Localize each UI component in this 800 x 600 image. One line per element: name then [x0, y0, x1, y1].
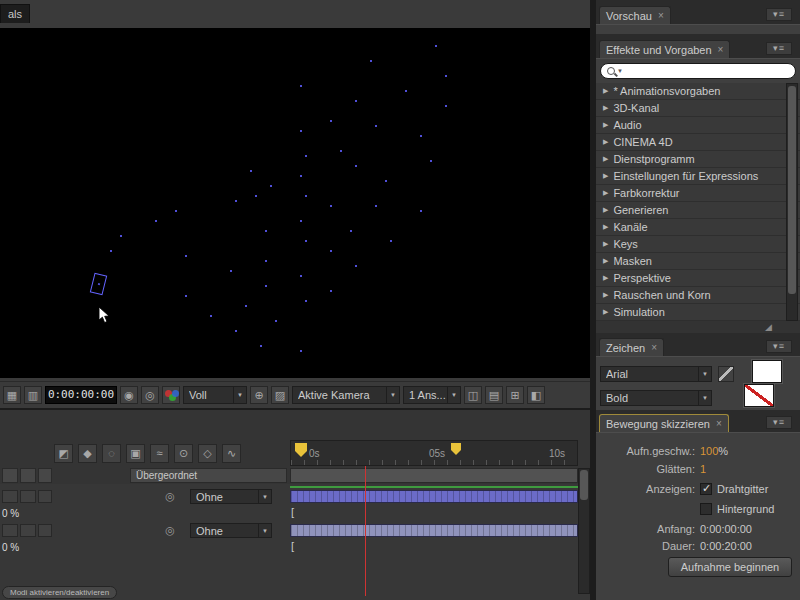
playhead-line[interactable] [365, 466, 366, 596]
tab-vorschau[interactable]: Vorschau [599, 6, 671, 24]
target-icon[interactable]: ⊕ [250, 386, 268, 404]
effects-category-row[interactable]: Kanäle [596, 219, 800, 236]
work-area-marker[interactable] [451, 443, 461, 455]
chevron-right-icon[interactable] [603, 87, 608, 95]
chevron-right-icon[interactable] [603, 308, 608, 316]
hide-shy-layers-icon[interactable]: ◌ [102, 444, 121, 463]
auto-keyframe-icon[interactable]: ◇ [198, 444, 217, 463]
layer-lock-cell[interactable] [38, 524, 52, 537]
draft-3d-icon[interactable]: ◆ [78, 444, 97, 463]
current-time-indicator[interactable] [295, 443, 307, 457]
show-channels-icon[interactable] [162, 386, 180, 404]
layer-audio-cell[interactable] [20, 524, 36, 537]
parent-pickwhip-icon[interactable]: ◎ [163, 489, 177, 503]
search-options-icon[interactable] [617, 68, 623, 74]
font-family-select[interactable]: Arial [600, 366, 712, 382]
close-icon[interactable] [716, 419, 722, 429]
effects-search-input[interactable] [625, 65, 795, 77]
chevron-right-icon[interactable] [603, 155, 608, 163]
parent-pickwhip-icon[interactable]: ◎ [163, 523, 177, 537]
frame-blending-icon[interactable]: ▣ [126, 444, 145, 463]
font-style-select[interactable]: Bold [600, 390, 712, 406]
tab-effekte-und-vorgaben[interactable]: Effekte und Vorgaben [599, 40, 730, 58]
layer-lock-cell[interactable] [38, 490, 52, 503]
selection-rectangle[interactable] [90, 273, 107, 296]
fast-preview-icon[interactable]: ▤ [485, 386, 503, 404]
motion-blur-icon[interactable]: ≈ [150, 444, 169, 463]
chevron-right-icon[interactable] [603, 206, 608, 214]
toggle-switches-modes-button[interactable]: Modi aktivieren/deaktivieren [2, 586, 117, 599]
graph-editor-icon[interactable]: ∿ [222, 444, 241, 463]
background-checkbox[interactable] [700, 503, 712, 515]
chevron-right-icon[interactable] [603, 240, 608, 248]
chevron-right-icon[interactable] [603, 291, 608, 299]
effects-category-row[interactable]: Einstellungen für Expressions [596, 168, 800, 185]
tab-zeichen[interactable]: Zeichen [599, 338, 664, 356]
layer-duration-bar[interactable] [290, 490, 578, 503]
effects-category-row[interactable]: Simulation [596, 304, 800, 321]
effects-category-row[interactable]: Dienstprogramm [596, 151, 800, 168]
close-icon[interactable] [658, 11, 664, 21]
chevron-right-icon[interactable] [603, 189, 608, 197]
composition-canvas[interactable] [0, 28, 590, 378]
parent-select[interactable]: Ohne [190, 523, 272, 538]
start-capture-button[interactable]: Aufnahme beginnen [668, 557, 792, 577]
time-ruler[interactable]: 0s 05s 10s [290, 440, 578, 466]
chevron-right-icon[interactable] [603, 257, 608, 265]
panel-grip-icon[interactable] [765, 322, 772, 332]
effects-category-row[interactable]: CINEMA 4D [596, 134, 800, 151]
region-of-interest-icon[interactable]: ▦ [3, 386, 21, 404]
effects-category-row[interactable]: * Animationsvorgaben [596, 83, 800, 100]
magnification-select[interactable]: Voll [183, 386, 247, 404]
close-icon[interactable] [651, 343, 657, 353]
chevron-right-icon[interactable] [603, 121, 608, 129]
effects-category-row[interactable]: Perspektive [596, 270, 800, 287]
av-features-header[interactable] [2, 468, 18, 483]
effects-category-row[interactable]: Generieren [596, 202, 800, 219]
chevron-right-icon[interactable] [603, 104, 608, 112]
effects-search-box[interactable] [600, 63, 796, 79]
chevron-right-icon[interactable] [603, 274, 608, 282]
mini-flowchart-icon[interactable]: ◩ [54, 444, 73, 463]
panel-menu-icon[interactable] [766, 8, 792, 21]
panel-menu-icon[interactable] [766, 42, 792, 55]
smoothing-value[interactable]: 1 [700, 463, 706, 475]
duration-value[interactable]: 0:00:20:00 [700, 540, 752, 552]
eyedropper-icon[interactable] [718, 366, 734, 382]
layer-row[interactable]: ◎ Ohne [0, 488, 590, 505]
layer-audio-cell[interactable] [20, 490, 36, 503]
layer-duration-bar[interactable] [290, 524, 578, 537]
grid-guides-icon[interactable]: ▥ [24, 386, 42, 404]
pixel-aspect-icon[interactable]: ◫ [464, 386, 482, 404]
panel-tab-fragment[interactable]: als [0, 4, 30, 23]
timeline-link-icon[interactable]: ⊞ [506, 386, 524, 404]
chevron-right-icon[interactable] [603, 223, 608, 231]
effects-category-row[interactable]: Farbkorrektur [596, 185, 800, 202]
panel-menu-icon[interactable] [766, 340, 792, 353]
parent-select[interactable]: Ohne [190, 489, 272, 504]
effects-category-row[interactable]: Rauschen und Korn [596, 287, 800, 304]
timeline-scrollbar[interactable] [578, 468, 590, 594]
effects-category-row[interactable]: 3D-Kanal [596, 100, 800, 117]
effects-category-row[interactable]: Keys [596, 236, 800, 253]
view-layout-select[interactable]: 1 Ans... [403, 386, 461, 404]
show-snapshot-icon[interactable]: ◎ [141, 386, 159, 404]
effects-category-row[interactable]: Masken [596, 253, 800, 270]
exposure-icon[interactable]: ◧ [527, 386, 545, 404]
wireframe-checkbox[interactable] [700, 483, 712, 495]
capture-speed-value[interactable]: 100 [700, 445, 718, 457]
start-value[interactable]: 0:00:00:00 [700, 523, 752, 535]
scrollbar-thumb[interactable] [788, 86, 796, 294]
effects-category-row[interactable]: Audio [596, 117, 800, 134]
layer-row[interactable]: ◎ Ohne [0, 522, 590, 539]
camera-view-select[interactable]: Aktive Kamera [292, 386, 400, 404]
layer-number-header[interactable] [38, 468, 52, 483]
panel-menu-icon[interactable] [766, 416, 792, 429]
chevron-right-icon[interactable] [603, 138, 608, 146]
transparency-grid-icon[interactable]: ▨ [271, 386, 289, 404]
fill-color-swatch[interactable] [752, 360, 782, 383]
brainstorm-icon[interactable]: ⊙ [174, 444, 193, 463]
chevron-right-icon[interactable] [603, 172, 608, 180]
label-column-header[interactable] [20, 468, 36, 483]
tab-bewegung-skizzieren[interactable]: Bewegung skizzieren [599, 414, 729, 432]
